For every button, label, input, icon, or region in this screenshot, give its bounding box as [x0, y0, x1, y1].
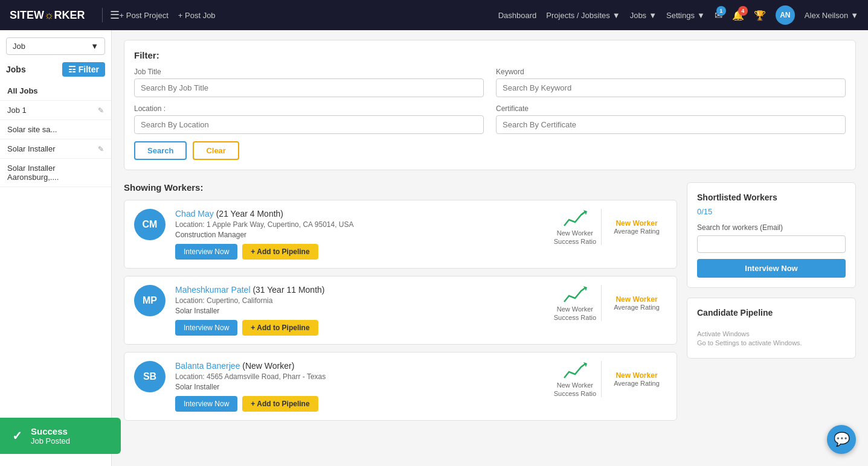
success-ratio-label-1: Success Ratio	[554, 314, 596, 321]
certificate-field: Certificate	[496, 104, 846, 134]
nav-projects[interactable]: Projects / Jobsites ▼	[546, 11, 620, 20]
worker-name-link-2[interactable]: Balanta Banerjee	[175, 361, 240, 371]
workers-section: Showing Workers: CM Chad May (21 Year 4 …	[124, 182, 856, 428]
hamburger-menu[interactable]: ☰	[110, 8, 120, 22]
worker-name-link-0[interactable]: Chad May	[175, 209, 214, 219]
settings-chevron-icon: ▼	[697, 11, 705, 20]
certificate-input[interactable]	[496, 115, 846, 134]
new-worker-label-2: New Worker	[557, 381, 593, 389]
page-layout: Job ▼ Jobs ☶ Filter All Jobs Job 1 ✎ Sol…	[0, 30, 868, 466]
toast-check-icon: ✓	[12, 429, 22, 443]
post-job-link[interactable]: + Post Job	[178, 11, 216, 20]
sidebar-item-solar-installer-aaronsburg[interactable]: Solar Installer Aaronsburg,....	[0, 159, 111, 187]
worker-stats-row-1: New Worker Success Ratio New Worker Aver…	[554, 285, 667, 321]
dropdown-chevron-icon: ▼	[91, 42, 98, 51]
worker-name-link-1[interactable]: Maheshkumar Patel	[175, 285, 251, 295]
keyword-input[interactable]	[496, 78, 846, 97]
candidate-pipeline-card: Candidate Pipeline Activate Windows Go t…	[687, 298, 856, 359]
worker-stat-chart-0: New Worker Success Ratio	[554, 209, 596, 245]
worker-name-2: Balanta Banerjee (New Worker)	[175, 361, 544, 371]
trend-chart-icon-0	[563, 209, 587, 228]
filter-buttons: Search Clear	[134, 141, 846, 160]
navbar-right: Dashboard Projects / Jobsites ▼ Jobs ▼ S…	[498, 5, 858, 25]
new-worker-label-0: New Worker	[557, 229, 593, 237]
navbar: SITEW☼RKER ☰ + Post Project + Post Job D…	[0, 0, 868, 30]
sidebar-item-solar-site[interactable]: Solar site sa...	[0, 120, 111, 139]
edit-icon-solar-installer1[interactable]: ✎	[98, 145, 104, 153]
worker-avatar-2: SB	[134, 361, 166, 392]
worker-stat-chart-1: New Worker Success Ratio	[554, 285, 596, 321]
worker-role-2: Solar Installer	[175, 383, 544, 391]
certificate-label: Certificate	[496, 104, 846, 113]
filter-section: Filter: Job Title Keyword Location : Cer…	[124, 40, 856, 170]
stats-divider-0	[601, 209, 602, 245]
worker-stats-row-0: New Worker Success Ratio New Worker Aver…	[554, 209, 667, 245]
sidebar-type-dropdown[interactable]: Job ▼	[6, 37, 105, 55]
worker-avg-rating-2: New Worker Average Rating	[606, 371, 667, 387]
worker-name-1: Maheshkumar Patel (31 Year 11 Month)	[175, 285, 544, 295]
pipeline-btn-0[interactable]: + Add to Pipeline	[242, 244, 318, 260]
workers-list: Showing Workers: CM Chad May (21 Year 4 …	[124, 182, 677, 428]
location-field: Location :	[134, 104, 484, 134]
sidebar-item-all-jobs[interactable]: All Jobs	[0, 81, 111, 101]
interview-btn-0[interactable]: Interview Now	[175, 244, 237, 260]
nav-settings[interactable]: Settings ▼	[666, 11, 705, 20]
main-content: Filter: Job Title Keyword Location : Cer…	[112, 30, 868, 466]
interview-now-button[interactable]: Interview Now	[697, 259, 846, 278]
trophy-icon: 🏆	[754, 10, 766, 21]
user-name-link[interactable]: Alex Neilson ▼	[805, 11, 858, 20]
brand-logo: SITEW☼RKER	[10, 9, 85, 22]
worker-location-1: Location: Cupertino, California	[175, 296, 544, 305]
pipeline-btn-2[interactable]: + Add to Pipeline	[242, 396, 318, 412]
nav-divider	[102, 8, 103, 22]
navbar-post-actions: + Post Project + Post Job	[120, 11, 216, 20]
bell-badge: 4	[738, 6, 748, 16]
keyword-label: Keyword	[496, 68, 846, 76]
sidebar-item-job1[interactable]: Job 1 ✎	[0, 101, 111, 120]
pipeline-btn-1[interactable]: + Add to Pipeline	[242, 320, 318, 336]
edit-icon-job1[interactable]: ✎	[98, 106, 104, 115]
user-chevron-icon: ▼	[850, 11, 858, 20]
user-avatar[interactable]: AN	[776, 5, 795, 25]
stats-divider-2	[601, 361, 602, 397]
keyword-field: Keyword	[496, 68, 846, 97]
worker-card-2: SB Balanta Banerjee (New Worker) Locatio…	[124, 352, 677, 421]
mail-icon-btn[interactable]: ✉ 1	[715, 10, 722, 21]
right-panel: Shortlisted Workers 0/15 Search for work…	[687, 182, 856, 428]
worker-avg-rating-1: New Worker Average Rating	[606, 295, 667, 311]
bell-icon-btn[interactable]: 🔔 4	[732, 10, 744, 21]
trend-chart-icon-1	[563, 285, 587, 304]
job-title-field: Job Title	[134, 68, 484, 97]
job-title-input[interactable]	[134, 78, 484, 97]
interview-btn-1[interactable]: Interview Now	[175, 320, 237, 336]
shortlist-title: Shortlisted Workers	[697, 193, 846, 202]
interview-btn-2[interactable]: Interview Now	[175, 396, 237, 412]
worker-stat-chart-2: New Worker Success Ratio	[554, 361, 596, 397]
nav-dashboard[interactable]: Dashboard	[498, 11, 537, 20]
worker-stats-row-2: New Worker Success Ratio New Worker Aver…	[554, 361, 667, 397]
projects-chevron-icon: ▼	[612, 11, 620, 20]
email-search-label: Search for workers (Email)	[697, 223, 846, 232]
stats-divider-1	[601, 285, 602, 321]
worker-avatar-1: MP	[134, 285, 166, 316]
worker-card-0: CM Chad May (21 Year 4 Month) Location: …	[124, 200, 677, 269]
clear-button[interactable]: Clear	[193, 141, 239, 160]
location-label: Location :	[134, 104, 484, 113]
search-button[interactable]: Search	[134, 141, 187, 160]
success-ratio-label-0: Success Ratio	[554, 238, 596, 245]
new-worker-label-1: New Worker	[557, 305, 593, 313]
worker-location-2: Location: 4565 Adamsville Road, Pharr - …	[175, 372, 544, 381]
toast-title: Success	[31, 426, 70, 436]
mail-badge: 1	[716, 6, 726, 16]
sidebar-item-solar-installer1[interactable]: Solar Installer ✎	[0, 139, 111, 159]
worker-location-0: Location: 1 Apple Park Way, Cupertino, C…	[175, 220, 544, 229]
worker-role-0: Construction Manager	[175, 231, 544, 239]
chat-button[interactable]: 💬	[827, 425, 856, 454]
workers-title: Showing Workers:	[124, 182, 677, 193]
filter-button[interactable]: ☶ Filter	[62, 62, 105, 77]
success-ratio-label-2: Success Ratio	[554, 390, 596, 397]
email-search-input[interactable]	[697, 235, 846, 253]
post-project-link[interactable]: + Post Project	[120, 11, 169, 20]
nav-jobs[interactable]: Jobs ▼	[630, 11, 657, 20]
location-input[interactable]	[134, 115, 484, 134]
